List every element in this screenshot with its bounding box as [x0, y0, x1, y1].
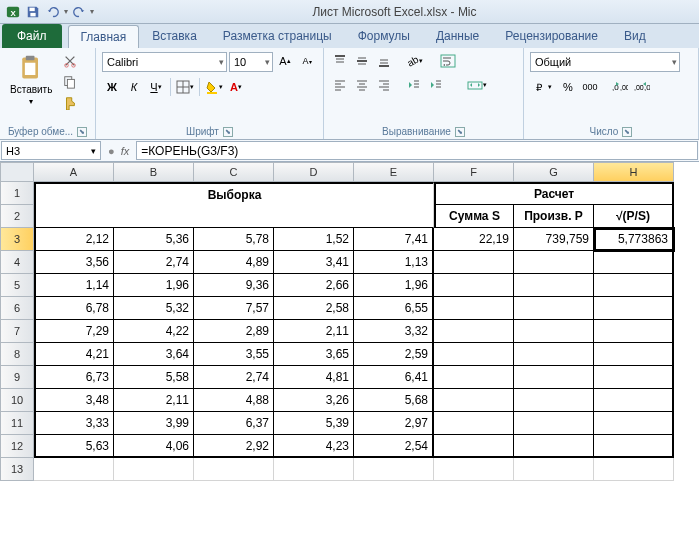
cell[interactable]: [594, 458, 674, 481]
cell[interactable]: [594, 297, 674, 320]
cell[interactable]: 4,88: [194, 389, 274, 412]
cell[interactable]: 5,36: [114, 228, 194, 251]
cell[interactable]: 3,99: [114, 412, 194, 435]
row-header-3[interactable]: 3: [0, 228, 34, 251]
cell[interactable]: 3,48: [34, 389, 114, 412]
cell[interactable]: 5,32: [114, 297, 194, 320]
undo-icon[interactable]: [44, 3, 62, 21]
cell[interactable]: [594, 251, 674, 274]
underline-button[interactable]: Ч▾: [146, 78, 166, 96]
cell[interactable]: 1,96: [114, 274, 194, 297]
cell[interactable]: 6,73: [34, 366, 114, 389]
fx-button[interactable]: fx: [121, 145, 130, 157]
col-header-B[interactable]: B: [114, 162, 194, 182]
cell[interactable]: [594, 412, 674, 435]
cell[interactable]: 2,74: [114, 251, 194, 274]
col-header-E[interactable]: E: [354, 162, 434, 182]
cell[interactable]: 5,78: [194, 228, 274, 251]
cell[interactable]: 4,81: [274, 366, 354, 389]
formula-circle-icon[interactable]: ●: [108, 145, 115, 157]
cell[interactable]: [354, 458, 434, 481]
cell[interactable]: [434, 274, 514, 297]
tab-home[interactable]: Главная: [68, 25, 140, 48]
cell[interactable]: 2,97: [354, 412, 434, 435]
cell[interactable]: 2,11: [274, 320, 354, 343]
border-button[interactable]: ▾: [175, 78, 195, 96]
cell[interactable]: 3,41: [274, 251, 354, 274]
spreadsheet-grid[interactable]: A B C D E F G H 1 Выборка Расчет 2 Сумма…: [0, 162, 699, 481]
bold-button[interactable]: Ж: [102, 78, 122, 96]
cell[interactable]: 4,22: [114, 320, 194, 343]
cell[interactable]: 2,92: [194, 435, 274, 458]
thousands-icon[interactable]: 000: [580, 78, 600, 96]
formula-input[interactable]: =КОРЕНЬ(G3/F3): [136, 141, 698, 160]
cell-root[interactable]: √(P/S): [594, 205, 674, 228]
cell[interactable]: 4,21: [34, 343, 114, 366]
excel-icon[interactable]: X: [4, 3, 22, 21]
cell[interactable]: [514, 389, 594, 412]
save-icon[interactable]: [24, 3, 42, 21]
shrink-font-icon[interactable]: A▾: [297, 52, 317, 70]
cell[interactable]: 2,11: [114, 389, 194, 412]
cell[interactable]: [514, 251, 594, 274]
cell[interactable]: [514, 297, 594, 320]
row-header-11[interactable]: 11: [0, 412, 34, 435]
cell[interactable]: [594, 389, 674, 412]
align-left-icon[interactable]: [330, 76, 350, 94]
cell[interactable]: [514, 412, 594, 435]
font-name-combo[interactable]: Calibri: [102, 52, 227, 72]
align-center-icon[interactable]: [352, 76, 372, 94]
row-header-2[interactable]: 2: [0, 205, 34, 228]
grow-font-icon[interactable]: A▴: [275, 52, 295, 70]
cell[interactable]: [194, 458, 274, 481]
cell[interactable]: [114, 458, 194, 481]
increase-decimal-icon[interactable]: ,0,00: [610, 78, 630, 96]
cell[interactable]: [594, 366, 674, 389]
cell[interactable]: 7,29: [34, 320, 114, 343]
cell[interactable]: 2,54: [354, 435, 434, 458]
row-header-7[interactable]: 7: [0, 320, 34, 343]
cell[interactable]: 7,41: [354, 228, 434, 251]
tab-formulas[interactable]: Формулы: [345, 24, 423, 48]
cell[interactable]: 739,759: [514, 228, 594, 251]
cell[interactable]: [434, 343, 514, 366]
decrease-decimal-icon[interactable]: ,00,0: [632, 78, 652, 96]
cell[interactable]: [434, 435, 514, 458]
increase-indent-icon[interactable]: [426, 76, 446, 94]
tab-data[interactable]: Данные: [423, 24, 492, 48]
cell[interactable]: 3,56: [34, 251, 114, 274]
cell[interactable]: [514, 458, 594, 481]
cell[interactable]: 5,68: [354, 389, 434, 412]
cell-calc-header[interactable]: Расчет: [434, 182, 674, 205]
align-top-icon[interactable]: [330, 52, 350, 70]
row-header-10[interactable]: 10: [0, 389, 34, 412]
cell[interactable]: 5,63: [34, 435, 114, 458]
number-launcher[interactable]: ⬊: [622, 127, 632, 137]
cell[interactable]: [514, 366, 594, 389]
cell[interactable]: 4,89: [194, 251, 274, 274]
cell[interactable]: 1,13: [354, 251, 434, 274]
row-header-4[interactable]: 4: [0, 251, 34, 274]
paste-button[interactable]: Вставить ▾: [6, 52, 56, 108]
cell[interactable]: 7,57: [194, 297, 274, 320]
cell[interactable]: [514, 274, 594, 297]
row-header-13[interactable]: 13: [0, 458, 34, 481]
row-header-12[interactable]: 12: [0, 435, 34, 458]
cell[interactable]: 5,773863: [594, 228, 674, 251]
col-header-G[interactable]: G: [514, 162, 594, 182]
cell[interactable]: [514, 343, 594, 366]
cell[interactable]: 2,89: [194, 320, 274, 343]
cell[interactable]: 1,96: [354, 274, 434, 297]
cell[interactable]: 2,58: [274, 297, 354, 320]
percent-icon[interactable]: %: [558, 78, 578, 96]
cell[interactable]: 3,65: [274, 343, 354, 366]
cell[interactable]: [594, 320, 674, 343]
cell[interactable]: 5,39: [274, 412, 354, 435]
row-header-6[interactable]: 6: [0, 297, 34, 320]
cell[interactable]: 6,41: [354, 366, 434, 389]
copy-icon[interactable]: [60, 73, 80, 91]
cell[interactable]: 1,14: [34, 274, 114, 297]
cell[interactable]: 22,19: [434, 228, 514, 251]
cell[interactable]: 2,59: [354, 343, 434, 366]
format-painter-icon[interactable]: [60, 94, 80, 112]
